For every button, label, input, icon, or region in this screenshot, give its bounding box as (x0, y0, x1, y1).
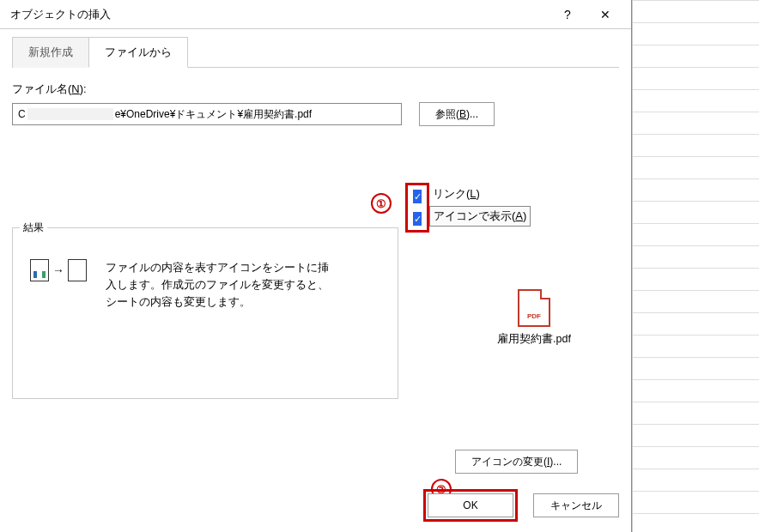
dialog-body: 新規作成 ファイルから ファイル名(N): Ce¥OneDrive¥ドキュメント… (0, 29, 631, 532)
arrow-icon: → (52, 263, 64, 277)
checkbox-group: ✓ ✓ リンク(L) (405, 183, 531, 233)
display-as-icon-checkbox-label: アイコンで表示(A) (429, 206, 531, 227)
dialog-title: オブジェクトの挿入 (10, 7, 549, 22)
result-legend: 結果 (20, 221, 47, 235)
display-as-icon-checkbox[interactable]: ✓ (413, 212, 422, 226)
result-group: 結果 → ファイルの内容を表すアイコンをシートに挿入します。作成元のファイルを変… (12, 227, 398, 399)
help-icon: ? (564, 8, 571, 21)
check-icon: ✓ (414, 215, 422, 224)
file-row: Ce¥OneDrive¥ドキュメント¥雇用契約書.pdf 参照(B)... (12, 102, 619, 126)
ok-button-highlight: OK (423, 489, 518, 522)
tab-from-file[interactable]: ファイルから (88, 37, 188, 68)
result-icon-illustration: → (25, 259, 87, 281)
pdf-file-icon: PDF (518, 289, 550, 327)
cancel-button[interactable]: キャンセル (533, 493, 619, 517)
checkbox-highlight: ✓ ✓ (405, 183, 429, 233)
redacted-path-segment (27, 108, 113, 120)
check-icon: ✓ (414, 192, 422, 202)
pdf-icon-preview: PDF 雇用契約書.pdf (483, 289, 586, 347)
sheet-icon (68, 259, 87, 281)
link-checkbox-label: リンク(L) (429, 184, 483, 203)
result-description: ファイルの内容を表すアイコンをシートに挿入します。作成元のファイルを変更すると、… (106, 259, 337, 311)
annotation-marker-1: ① (371, 193, 392, 214)
titlebar: オブジェクトの挿入 ? ✕ (0, 0, 631, 29)
link-checkbox[interactable]: ✓ (413, 190, 422, 203)
file-name-label: ファイル名(N): (12, 82, 619, 97)
dialog-button-row: OK キャンセル (423, 489, 619, 522)
ok-button[interactable]: OK (428, 493, 513, 517)
tab-strip: 新規作成 ファイルから (12, 36, 619, 68)
tab-new[interactable]: 新規作成 (12, 37, 89, 68)
source-file-icon (30, 259, 49, 281)
middle-area: ① ✓ ✓ リンク(L) (12, 148, 619, 406)
spreadsheet-grid-background (632, 0, 759, 532)
file-name-input[interactable]: Ce¥OneDrive¥ドキュメント¥雇用契約書.pdf (12, 103, 402, 125)
close-icon: ✕ (600, 8, 610, 21)
browse-button[interactable]: 参照(B)... (419, 102, 495, 126)
insert-object-dialog: オブジェクトの挿入 ? ✕ 新規作成 ファイルから ファイル名(N): Ce¥O… (0, 0, 632, 532)
help-button[interactable]: ? (549, 2, 586, 27)
change-icon-row: アイコンの変更(I)... (455, 450, 578, 474)
close-button[interactable]: ✕ (586, 2, 624, 27)
change-icon-button[interactable]: アイコンの変更(I)... (455, 450, 578, 474)
pdf-filename-label: 雇用契約書.pdf (483, 332, 586, 347)
